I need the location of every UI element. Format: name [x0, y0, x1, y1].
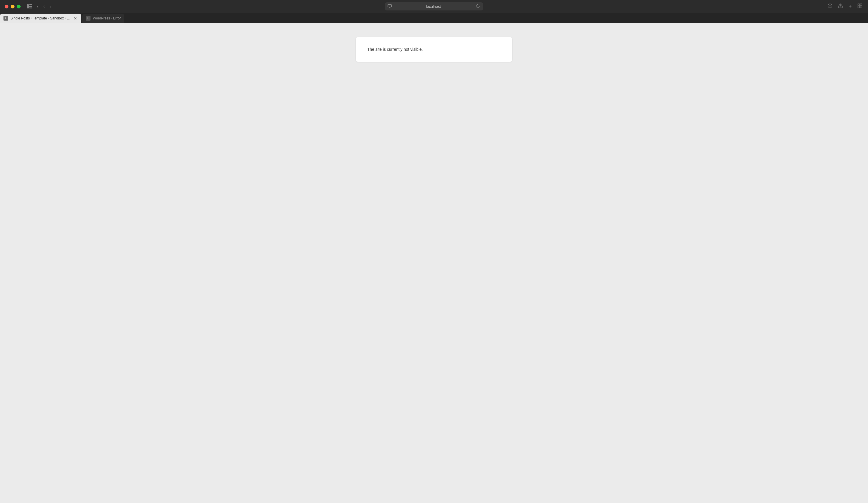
svg-rect-10 — [860, 4, 862, 6]
url-text: localhost — [394, 4, 473, 9]
error-message: The site is currently not visible. — [367, 47, 501, 52]
error-card: The site is currently not visible. — [356, 37, 512, 62]
main-content: The site is currently not visible. — [0, 23, 868, 503]
traffic-lights — [4, 4, 21, 8]
chevron-down-button[interactable]: ▾ — [35, 3, 40, 10]
svg-rect-3 — [29, 8, 32, 8]
svg-rect-11 — [858, 6, 860, 8]
download-button[interactable] — [827, 2, 834, 10]
forward-button[interactable]: › — [48, 2, 53, 11]
reload-button[interactable] — [475, 3, 480, 10]
tab-favicon-1: L — [3, 16, 8, 21]
back-button[interactable]: ‹ — [41, 2, 47, 11]
traffic-light-yellow[interactable] — [11, 4, 14, 8]
tab-close-button-1[interactable]: ✕ — [73, 16, 78, 20]
share-button[interactable] — [837, 2, 844, 10]
tabs-overview-button[interactable] — [856, 2, 864, 10]
traffic-light-green[interactable] — [17, 4, 21, 8]
tab-title-2: WordPress › Error — [93, 16, 121, 20]
title-bar: ▾ ‹ › localhost — [0, 0, 868, 13]
svg-rect-1 — [29, 4, 32, 5]
new-tab-button[interactable]: + — [847, 2, 853, 11]
traffic-light-red[interactable] — [4, 4, 8, 8]
address-bar-container: localhost — [385, 2, 483, 10]
svg-rect-4 — [388, 4, 392, 7]
tab-active[interactable]: L Single Posts ‹ Template ‹ Sandbox ‹ Ed… — [0, 14, 81, 23]
svg-rect-12 — [860, 6, 862, 8]
svg-rect-9 — [858, 4, 860, 6]
address-bar[interactable]: localhost — [385, 2, 483, 10]
toolbar-right: + — [827, 2, 864, 11]
screen-icon — [388, 4, 392, 9]
toolbar-left: ▾ ‹ › — [25, 2, 53, 11]
svg-rect-2 — [29, 6, 32, 7]
tab-inactive-1[interactable]: L WordPress › Error — [82, 14, 124, 23]
sidebar-toggle-button[interactable] — [25, 3, 34, 10]
tab-bar: L Single Posts ‹ Template ‹ Sandbox ‹ Ed… — [0, 13, 868, 23]
tab-favicon-2: L — [86, 16, 91, 21]
svg-rect-0 — [27, 4, 29, 8]
tab-title-1: Single Posts ‹ Template ‹ Sandbox ‹ Edit… — [10, 16, 71, 20]
